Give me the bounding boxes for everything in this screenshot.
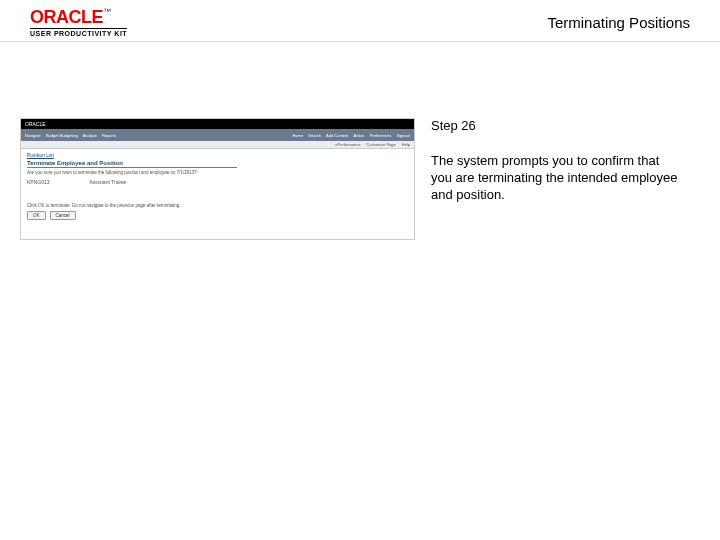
nav-item: Budget Budgeting	[46, 133, 78, 138]
content-area: ORACLE Navigate Budget Budgeting Analyze…	[0, 42, 720, 240]
thumb-columns: KPNG013 Assistant Trainer	[27, 179, 408, 185]
nav-item: Search	[308, 133, 321, 138]
subbar-item: Help	[402, 142, 410, 147]
nav-item: Navigate	[25, 133, 41, 138]
thumb-nav-left: Navigate Budget Budgeting Analyze Report…	[25, 133, 120, 138]
product-line: USER PRODUCTIVITY KIT	[30, 28, 127, 37]
nav-item: Reports	[102, 133, 116, 138]
thumb-body: Position List Terminate Employee and Pos…	[21, 149, 414, 223]
thumb-brand: ORACLE	[25, 121, 46, 127]
page-header: ORACLE™ USER PRODUCTIVITY KIT Terminatin…	[0, 0, 720, 42]
nav-item: Home	[292, 133, 303, 138]
ok-button: OK	[27, 211, 46, 220]
subbar-item: ePerformance	[335, 142, 360, 147]
thumb-nav-right: Home Search Add Content Action Preferenc…	[288, 133, 410, 138]
nav-item: Analyze	[83, 133, 97, 138]
nav-item: Preferences	[370, 133, 392, 138]
subbar-item: Customize Page	[366, 142, 395, 147]
nav-item: Signout	[396, 133, 410, 138]
cancel-button: Cancel	[50, 211, 76, 220]
thumb-nav: Navigate Budget Budgeting Analyze Report…	[21, 129, 414, 141]
thumb-breadcrumb: Position List	[27, 152, 408, 158]
thumb-confirm-text: Are you sure you want to terminate the f…	[27, 170, 408, 175]
thumb-page-heading: Terminate Employee and Position	[27, 160, 237, 168]
oracle-logo: ORACLE™	[30, 8, 127, 26]
brand-block: ORACLE™ USER PRODUCTIVITY KIT	[30, 8, 127, 37]
thumb-note: Click OK to terminate. Do not navigate t…	[27, 203, 408, 208]
brand-text: ORACLE	[30, 7, 103, 27]
nav-item: Action	[353, 133, 364, 138]
thumb-subbar: ePerformance Customize Page Help	[21, 141, 414, 149]
thumb-topbar: ORACLE	[21, 119, 414, 129]
thumb-col2: Assistant Trainer	[90, 179, 127, 185]
step-label: Step 26	[431, 118, 690, 135]
instruction-panel: Step 26 The system prompts you to confir…	[431, 118, 690, 240]
thumb-col1: KPNG013	[27, 179, 50, 185]
nav-item: Add Content	[326, 133, 348, 138]
app-screenshot-thumbnail: ORACLE Navigate Budget Budgeting Analyze…	[20, 118, 415, 240]
page-title: Terminating Positions	[547, 8, 690, 31]
trademark-symbol: ™	[103, 7, 111, 16]
thumb-button-row: OK Cancel	[27, 211, 408, 220]
step-description: The system prompts you to confirm that y…	[431, 153, 681, 204]
